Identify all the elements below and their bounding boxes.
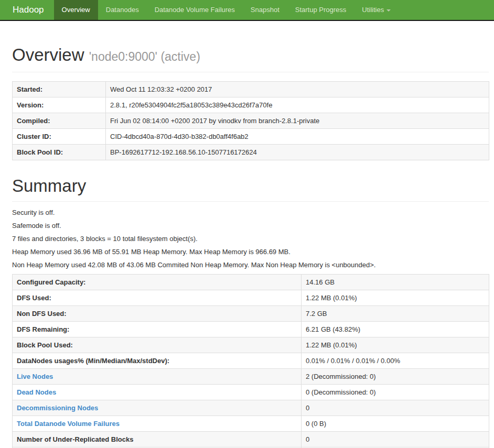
- dead-nodes-value: 0 (Decommissioned: 0): [302, 385, 489, 400]
- table-row: Version:2.8.1, r20fe5304904fc2f5a18053c3…: [13, 97, 489, 113]
- page-subtitle: 'node0:9000' (active): [89, 50, 200, 63]
- total-datanode-volume-failures-value: 0 (0 B): [302, 416, 489, 432]
- table-row: DataNodes usages% (Min/Median/Max/stdDev…: [13, 353, 489, 369]
- table-row: Block Pool Used:1.22 MB (0.01%): [13, 337, 489, 353]
- summary-table: Configured Capacity:14.16 GBDFS Used:1.2…: [12, 274, 489, 448]
- table-row: Dead Nodes0 (Decommissioned: 0): [13, 385, 489, 400]
- non-dfs-used-value: 7.2 GB: [302, 306, 489, 322]
- dead-nodes-label: Dead Nodes: [13, 385, 302, 400]
- live-nodes-link[interactable]: Live Nodes: [17, 373, 53, 380]
- table-row: Non DFS Used:7.2 GB: [13, 306, 489, 322]
- table-row: DFS Remaining:6.21 GB (43.82%): [13, 322, 489, 337]
- brand-link[interactable]: Hadoop: [0, 0, 52, 20]
- cluster-id-value: CID-4dbcd40a-870d-4d30-b382-db0aff4f6ab2: [106, 129, 489, 145]
- page-content: Overview 'node0:9000' (active) Started:W…: [0, 46, 494, 448]
- decommissioning-nodes-label: Decommissioning Nodes: [13, 400, 302, 416]
- navbar-items: OverviewDatanodesDatanode Volume Failure…: [52, 0, 399, 20]
- table-row: Number of Under-Replicated Blocks0: [13, 432, 489, 447]
- summary-line: 7 files and directories, 3 blocks = 10 t…: [12, 235, 489, 243]
- summary-line: Heap Memory used 36.96 MB of 55.91 MB He…: [12, 248, 489, 256]
- table-row: Cluster ID:CID-4dbcd40a-870d-4d30-b382-d…: [13, 129, 489, 145]
- table-row: Compiled:Fri Jun 02 08:14:00 +0200 2017 …: [13, 113, 489, 129]
- version-label: Version:: [13, 97, 106, 113]
- nav-item-utilities[interactable]: Utilities: [354, 0, 399, 20]
- dfs-used-value: 1.22 MB (0.01%): [302, 290, 489, 306]
- navbar: Hadoop OverviewDatanodesDatanode Volume …: [0, 0, 494, 21]
- table-row: Live Nodes2 (Decommissioned: 0): [13, 369, 489, 385]
- decommissioning-nodes-value: 0: [302, 400, 489, 416]
- live-nodes-label: Live Nodes: [13, 369, 302, 385]
- overview-header: Overview 'node0:9000' (active): [12, 46, 489, 72]
- table-row: Block Pool ID:BP-1692617712-192.168.56.1…: [13, 145, 489, 160]
- summary-line: Security is off.: [12, 209, 489, 216]
- non-dfs-used-label: Non DFS Used:: [13, 306, 302, 322]
- version-value: 2.8.1, r20fe5304904fc2f5a18053c389e43cd2…: [106, 97, 489, 113]
- table-row: Total Datanode Volume Failures0 (0 B): [13, 416, 489, 432]
- compiled-value: Fri Jun 02 08:14:00 +0200 2017 by vinodk…: [106, 113, 489, 129]
- number-of-under-replicated-blocks-value: 0: [302, 432, 489, 447]
- table-row: Decommissioning Nodes0: [13, 400, 489, 416]
- number-of-under-replicated-blocks-label: Number of Under-Replicated Blocks: [13, 432, 302, 447]
- dfs-remaining-label: DFS Remaining:: [13, 322, 302, 337]
- summary-line: Safemode is off.: [12, 222, 489, 230]
- nav-item-overview[interactable]: Overview: [54, 0, 98, 20]
- block-pool-id-label: Block Pool ID:: [13, 145, 106, 160]
- started-label: Started:: [13, 82, 106, 97]
- info-table: Started:Wed Oct 11 12:03:32 +0200 2017Ve…: [12, 81, 489, 160]
- block-pool-used-value: 1.22 MB (0.01%): [302, 337, 489, 353]
- page-title-text: Overview: [12, 45, 84, 64]
- summary-header: Summary: [12, 177, 489, 202]
- nav-item-datanode-volume-failures[interactable]: Datanode Volume Failures: [147, 0, 243, 20]
- table-row: Started:Wed Oct 11 12:03:32 +0200 2017: [13, 82, 489, 97]
- summary-line: Non Heap Memory used 42.08 MB of 43.06 M…: [12, 261, 489, 269]
- configured-capacity-label: Configured Capacity:: [13, 275, 302, 290]
- nav-item-datanodes[interactable]: Datanodes: [98, 0, 147, 20]
- decommissioning-nodes-link[interactable]: Decommissioning Nodes: [17, 404, 98, 412]
- summary-title: Summary: [12, 177, 489, 195]
- block-pool-id-value: BP-1692617712-192.168.56.10-150771617262…: [106, 145, 489, 160]
- dead-nodes-link[interactable]: Dead Nodes: [17, 388, 56, 396]
- live-nodes-value: 2 (Decommissioned: 0): [302, 369, 489, 385]
- block-pool-used-label: Block Pool Used:: [13, 337, 302, 353]
- cluster-id-label: Cluster ID:: [13, 129, 106, 145]
- nav-item-startup-progress[interactable]: Startup Progress: [287, 0, 355, 20]
- page-title: Overview 'node0:9000' (active): [12, 46, 489, 66]
- table-row: Configured Capacity:14.16 GB: [13, 275, 489, 290]
- started-value: Wed Oct 11 12:03:32 +0200 2017: [106, 82, 489, 97]
- datanodes-usages-min-median-max-stddev-value: 0.01% / 0.01% / 0.01% / 0.00%: [302, 353, 489, 369]
- configured-capacity-value: 14.16 GB: [302, 275, 489, 290]
- datanodes-usages-min-median-max-stddev-label: DataNodes usages% (Min/Median/Max/stdDev…: [13, 353, 302, 369]
- total-datanode-volume-failures-link[interactable]: Total Datanode Volume Failures: [17, 420, 120, 428]
- dfs-used-label: DFS Used:: [13, 290, 302, 306]
- compiled-label: Compiled:: [13, 113, 106, 129]
- dfs-remaining-value: 6.21 GB (43.82%): [302, 322, 489, 337]
- caret-down-icon: [386, 9, 391, 12]
- table-row: DFS Used:1.22 MB (0.01%): [13, 290, 489, 306]
- nav-item-snapshot[interactable]: Snapshot: [243, 0, 287, 20]
- summary-paragraphs: Security is off.Safemode is off.7 files …: [12, 209, 489, 269]
- total-datanode-volume-failures-label: Total Datanode Volume Failures: [13, 416, 302, 432]
